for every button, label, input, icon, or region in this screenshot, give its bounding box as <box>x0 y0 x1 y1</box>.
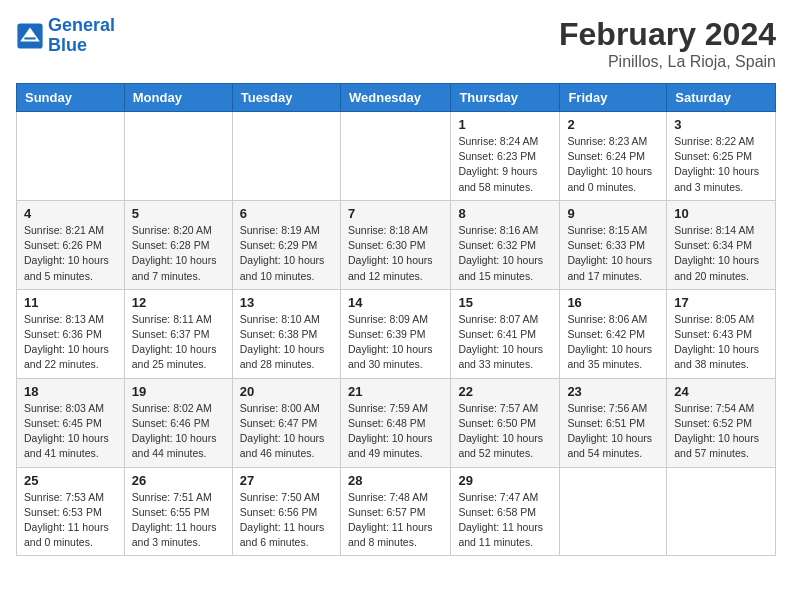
calendar-cell <box>17 112 125 201</box>
main-title: February 2024 <box>559 16 776 53</box>
calendar-cell: 27Sunrise: 7:50 AM Sunset: 6:56 PM Dayli… <box>232 467 340 556</box>
day-number: 14 <box>348 295 443 310</box>
day-number: 9 <box>567 206 659 221</box>
day-info: Sunrise: 7:51 AM Sunset: 6:55 PM Dayligh… <box>132 490 225 551</box>
calendar-cell: 11Sunrise: 8:13 AM Sunset: 6:36 PM Dayli… <box>17 289 125 378</box>
day-number: 1 <box>458 117 552 132</box>
calendar-cell: 24Sunrise: 7:54 AM Sunset: 6:52 PM Dayli… <box>667 378 776 467</box>
calendar-cell: 9Sunrise: 8:15 AM Sunset: 6:33 PM Daylig… <box>560 200 667 289</box>
day-info: Sunrise: 8:06 AM Sunset: 6:42 PM Dayligh… <box>567 312 659 373</box>
calendar-cell <box>232 112 340 201</box>
calendar-cell <box>340 112 450 201</box>
calendar-table: SundayMondayTuesdayWednesdayThursdayFrid… <box>16 83 776 556</box>
calendar-cell: 12Sunrise: 8:11 AM Sunset: 6:37 PM Dayli… <box>124 289 232 378</box>
day-info: Sunrise: 7:54 AM Sunset: 6:52 PM Dayligh… <box>674 401 768 462</box>
calendar-cell: 17Sunrise: 8:05 AM Sunset: 6:43 PM Dayli… <box>667 289 776 378</box>
calendar-cell: 1Sunrise: 8:24 AM Sunset: 6:23 PM Daylig… <box>451 112 560 201</box>
title-block: February 2024 Pinillos, La Rioja, Spain <box>559 16 776 71</box>
calendar-week-row: 4Sunrise: 8:21 AM Sunset: 6:26 PM Daylig… <box>17 200 776 289</box>
calendar-header-monday: Monday <box>124 84 232 112</box>
calendar-cell: 2Sunrise: 8:23 AM Sunset: 6:24 PM Daylig… <box>560 112 667 201</box>
day-number: 7 <box>348 206 443 221</box>
day-number: 24 <box>674 384 768 399</box>
day-number: 8 <box>458 206 552 221</box>
day-number: 11 <box>24 295 117 310</box>
day-info: Sunrise: 8:02 AM Sunset: 6:46 PM Dayligh… <box>132 401 225 462</box>
day-number: 29 <box>458 473 552 488</box>
day-number: 20 <box>240 384 333 399</box>
day-info: Sunrise: 8:07 AM Sunset: 6:41 PM Dayligh… <box>458 312 552 373</box>
calendar-week-row: 11Sunrise: 8:13 AM Sunset: 6:36 PM Dayli… <box>17 289 776 378</box>
day-number: 10 <box>674 206 768 221</box>
day-info: Sunrise: 8:20 AM Sunset: 6:28 PM Dayligh… <box>132 223 225 284</box>
logo: GeneralBlue <box>16 16 115 56</box>
calendar-header-friday: Friday <box>560 84 667 112</box>
calendar-cell: 7Sunrise: 8:18 AM Sunset: 6:30 PM Daylig… <box>340 200 450 289</box>
day-info: Sunrise: 8:10 AM Sunset: 6:38 PM Dayligh… <box>240 312 333 373</box>
calendar-week-row: 1Sunrise: 8:24 AM Sunset: 6:23 PM Daylig… <box>17 112 776 201</box>
day-info: Sunrise: 7:53 AM Sunset: 6:53 PM Dayligh… <box>24 490 117 551</box>
calendar-cell: 25Sunrise: 7:53 AM Sunset: 6:53 PM Dayli… <box>17 467 125 556</box>
day-info: Sunrise: 7:59 AM Sunset: 6:48 PM Dayligh… <box>348 401 443 462</box>
day-info: Sunrise: 8:18 AM Sunset: 6:30 PM Dayligh… <box>348 223 443 284</box>
calendar-cell: 23Sunrise: 7:56 AM Sunset: 6:51 PM Dayli… <box>560 378 667 467</box>
day-number: 18 <box>24 384 117 399</box>
day-info: Sunrise: 8:09 AM Sunset: 6:39 PM Dayligh… <box>348 312 443 373</box>
day-info: Sunrise: 8:22 AM Sunset: 6:25 PM Dayligh… <box>674 134 768 195</box>
day-number: 25 <box>24 473 117 488</box>
calendar-cell: 4Sunrise: 8:21 AM Sunset: 6:26 PM Daylig… <box>17 200 125 289</box>
day-number: 6 <box>240 206 333 221</box>
day-number: 4 <box>24 206 117 221</box>
calendar-cell <box>560 467 667 556</box>
page-header: GeneralBlue February 2024 Pinillos, La R… <box>16 16 776 71</box>
day-info: Sunrise: 7:56 AM Sunset: 6:51 PM Dayligh… <box>567 401 659 462</box>
day-info: Sunrise: 8:03 AM Sunset: 6:45 PM Dayligh… <box>24 401 117 462</box>
calendar-header-saturday: Saturday <box>667 84 776 112</box>
logo-text: GeneralBlue <box>48 16 115 56</box>
calendar-week-row: 25Sunrise: 7:53 AM Sunset: 6:53 PM Dayli… <box>17 467 776 556</box>
day-number: 16 <box>567 295 659 310</box>
calendar-cell: 18Sunrise: 8:03 AM Sunset: 6:45 PM Dayli… <box>17 378 125 467</box>
day-info: Sunrise: 8:11 AM Sunset: 6:37 PM Dayligh… <box>132 312 225 373</box>
calendar-cell: 5Sunrise: 8:20 AM Sunset: 6:28 PM Daylig… <box>124 200 232 289</box>
day-info: Sunrise: 8:13 AM Sunset: 6:36 PM Dayligh… <box>24 312 117 373</box>
calendar-header-wednesday: Wednesday <box>340 84 450 112</box>
calendar-week-row: 18Sunrise: 8:03 AM Sunset: 6:45 PM Dayli… <box>17 378 776 467</box>
day-number: 27 <box>240 473 333 488</box>
calendar-cell: 16Sunrise: 8:06 AM Sunset: 6:42 PM Dayli… <box>560 289 667 378</box>
calendar-header-tuesday: Tuesday <box>232 84 340 112</box>
svg-rect-2 <box>24 37 35 39</box>
day-number: 26 <box>132 473 225 488</box>
day-number: 2 <box>567 117 659 132</box>
calendar-cell: 19Sunrise: 8:02 AM Sunset: 6:46 PM Dayli… <box>124 378 232 467</box>
calendar-cell: 20Sunrise: 8:00 AM Sunset: 6:47 PM Dayli… <box>232 378 340 467</box>
calendar-cell: 15Sunrise: 8:07 AM Sunset: 6:41 PM Dayli… <box>451 289 560 378</box>
calendar-cell: 6Sunrise: 8:19 AM Sunset: 6:29 PM Daylig… <box>232 200 340 289</box>
calendar-header-thursday: Thursday <box>451 84 560 112</box>
calendar-cell: 21Sunrise: 7:59 AM Sunset: 6:48 PM Dayli… <box>340 378 450 467</box>
day-number: 13 <box>240 295 333 310</box>
calendar-cell: 10Sunrise: 8:14 AM Sunset: 6:34 PM Dayli… <box>667 200 776 289</box>
calendar-cell: 28Sunrise: 7:48 AM Sunset: 6:57 PM Dayli… <box>340 467 450 556</box>
day-info: Sunrise: 8:19 AM Sunset: 6:29 PM Dayligh… <box>240 223 333 284</box>
day-info: Sunrise: 7:57 AM Sunset: 6:50 PM Dayligh… <box>458 401 552 462</box>
subtitle: Pinillos, La Rioja, Spain <box>559 53 776 71</box>
calendar-cell: 26Sunrise: 7:51 AM Sunset: 6:55 PM Dayli… <box>124 467 232 556</box>
logo-icon <box>16 22 44 50</box>
calendar-header-row: SundayMondayTuesdayWednesdayThursdayFrid… <box>17 84 776 112</box>
day-info: Sunrise: 8:23 AM Sunset: 6:24 PM Dayligh… <box>567 134 659 195</box>
calendar-cell <box>667 467 776 556</box>
day-number: 15 <box>458 295 552 310</box>
calendar-cell: 22Sunrise: 7:57 AM Sunset: 6:50 PM Dayli… <box>451 378 560 467</box>
day-number: 17 <box>674 295 768 310</box>
day-info: Sunrise: 7:47 AM Sunset: 6:58 PM Dayligh… <box>458 490 552 551</box>
day-info: Sunrise: 8:05 AM Sunset: 6:43 PM Dayligh… <box>674 312 768 373</box>
day-number: 28 <box>348 473 443 488</box>
day-info: Sunrise: 8:00 AM Sunset: 6:47 PM Dayligh… <box>240 401 333 462</box>
day-info: Sunrise: 8:15 AM Sunset: 6:33 PM Dayligh… <box>567 223 659 284</box>
day-number: 21 <box>348 384 443 399</box>
day-number: 5 <box>132 206 225 221</box>
calendar-header-sunday: Sunday <box>17 84 125 112</box>
day-info: Sunrise: 8:14 AM Sunset: 6:34 PM Dayligh… <box>674 223 768 284</box>
day-info: Sunrise: 8:24 AM Sunset: 6:23 PM Dayligh… <box>458 134 552 195</box>
